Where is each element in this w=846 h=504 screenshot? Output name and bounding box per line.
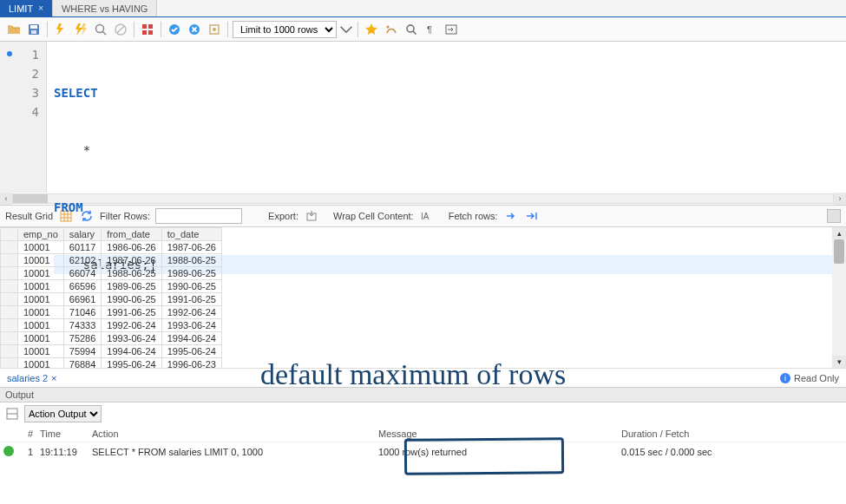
table-cell[interactable]: 1994-06-24: [161, 332, 221, 345]
table-cell[interactable]: 1992-06-24: [102, 319, 161, 332]
scroll-left-icon[interactable]: ‹: [0, 193, 12, 205]
output-layout-icon[interactable]: [5, 407, 19, 421]
table-cell[interactable]: 1987-06-26: [102, 254, 161, 267]
col-header[interactable]: salary: [63, 228, 102, 241]
scroll-down-icon[interactable]: ▾: [832, 356, 846, 368]
table-cell[interactable]: 10001: [18, 319, 64, 332]
close-icon[interactable]: ×: [51, 373, 56, 383]
commit-icon[interactable]: [166, 21, 183, 38]
table-cell[interactable]: 62102: [63, 254, 102, 267]
table-cell[interactable]: 10001: [18, 293, 64, 306]
row-header[interactable]: [1, 293, 18, 306]
table-cell[interactable]: 1991-06-25: [102, 306, 161, 319]
row-header[interactable]: [1, 254, 18, 267]
table-cell[interactable]: 1988-06-25: [161, 254, 221, 267]
scroll-track[interactable]: [832, 239, 846, 356]
table-cell[interactable]: 66596: [63, 280, 102, 293]
row-header[interactable]: [1, 241, 18, 254]
table-row[interactable]: 10001768841995-06-241996-06-23: [1, 358, 222, 369]
table-cell[interactable]: 1995-06-24: [102, 358, 161, 369]
table-cell[interactable]: 10001: [18, 241, 64, 254]
col-header[interactable]: to_date: [161, 228, 221, 241]
table-row[interactable]: 10001621021987-06-261988-06-25: [1, 254, 222, 267]
grid-vscrollbar[interactable]: ▴ ▾: [832, 227, 846, 368]
table-cell[interactable]: 1992-06-24: [161, 306, 221, 319]
execute-icon[interactable]: [52, 21, 69, 38]
scroll-up-icon[interactable]: ▴: [832, 227, 846, 239]
table-cell[interactable]: 1990-06-25: [102, 293, 161, 306]
output-row[interactable]: 1 19:11:19 SELECT * FROM salaries LIMIT …: [0, 442, 846, 461]
table-cell[interactable]: 1994-06-24: [102, 345, 161, 358]
table-row[interactable]: 10001710461991-06-251992-06-24: [1, 306, 222, 319]
col-header[interactable]: emp_no: [18, 228, 64, 241]
table-cell[interactable]: 75994: [63, 345, 102, 358]
svg-rect-7: [142, 24, 147, 29]
table-row[interactable]: 10001669611990-06-251991-06-25: [1, 293, 222, 306]
table-cell[interactable]: 10001: [18, 345, 64, 358]
toggle-autocommit-icon[interactable]: [139, 21, 156, 38]
tab-where-vs-having[interactable]: WHERE vs HAVING: [53, 0, 157, 16]
output-type-select[interactable]: Action Output: [24, 405, 102, 422]
table-cell[interactable]: 1987-06-26: [161, 241, 221, 254]
table-cell[interactable]: 1995-06-24: [161, 345, 221, 358]
table-cell[interactable]: 1990-06-25: [161, 280, 221, 293]
table-row[interactable]: 10001665961989-06-251990-06-25: [1, 280, 222, 293]
row-header[interactable]: [1, 358, 18, 369]
result-grid[interactable]: emp_nosalaryfrom_dateto_date100016011719…: [0, 227, 222, 368]
favorite-icon[interactable]: [363, 21, 380, 38]
table-cell[interactable]: 1993-06-24: [102, 332, 161, 345]
tab-limit[interactable]: LIMIT ×: [0, 0, 53, 16]
table-cell[interactable]: 10001: [18, 254, 64, 267]
save-icon[interactable]: [25, 21, 43, 38]
sql-editor[interactable]: 1 2 3 4 SELECT * FROM salaries;: [0, 42, 846, 193]
table-cell[interactable]: 10001: [18, 332, 64, 345]
table-cell[interactable]: 66961: [63, 293, 102, 306]
stop-icon[interactable]: [112, 21, 129, 38]
table-cell[interactable]: 1988-06-25: [102, 267, 161, 280]
row-header[interactable]: [1, 280, 18, 293]
execute-current-icon[interactable]: [72, 21, 89, 38]
table-cell[interactable]: 1991-06-25: [161, 293, 221, 306]
rollback-icon[interactable]: [186, 21, 203, 38]
find-icon[interactable]: [403, 21, 420, 38]
table-cell[interactable]: 76884: [63, 358, 102, 369]
beautify-icon[interactable]: [383, 21, 400, 38]
explain-icon[interactable]: [92, 21, 109, 38]
limit-rows-select[interactable]: Limit to 1000 rows: [233, 21, 337, 38]
table-cell[interactable]: 10001: [18, 358, 64, 369]
table-cell[interactable]: 1993-06-24: [161, 319, 221, 332]
table-row[interactable]: 10001743331992-06-241993-06-24: [1, 319, 222, 332]
table-row[interactable]: 10001752861993-06-241994-06-24: [1, 332, 222, 345]
row-header[interactable]: [1, 306, 18, 319]
scroll-thumb[interactable]: [13, 194, 48, 203]
table-cell[interactable]: 71046: [63, 306, 102, 319]
table-cell[interactable]: 60117: [63, 241, 102, 254]
col-header[interactable]: from_date: [102, 228, 161, 241]
close-icon[interactable]: ×: [38, 3, 43, 13]
row-header[interactable]: [1, 332, 18, 345]
table-row[interactable]: 10001660741988-06-251989-06-25: [1, 267, 222, 280]
wrapping-icon[interactable]: [443, 21, 460, 38]
table-cell[interactable]: 10001: [18, 280, 64, 293]
code-area[interactable]: SELECT * FROM salaries;: [47, 42, 846, 193]
table-cell[interactable]: 1989-06-25: [102, 280, 161, 293]
row-header[interactable]: [1, 267, 18, 280]
row-header[interactable]: [1, 319, 18, 332]
table-cell[interactable]: 75286: [63, 332, 102, 345]
invisible-chars-icon[interactable]: ¶: [423, 21, 440, 38]
result-tab[interactable]: salaries 2 ×: [7, 373, 57, 383]
table-cell[interactable]: 10001: [18, 267, 64, 280]
scroll-thumb[interactable]: [834, 239, 844, 264]
table-cell[interactable]: 1996-06-23: [161, 358, 221, 369]
open-file-icon[interactable]: [5, 21, 23, 38]
toggle-whitespace-icon[interactable]: [206, 21, 223, 38]
table-row[interactable]: 10001601171986-06-261987-06-26: [1, 241, 222, 254]
table-row[interactable]: 10001759941994-06-241995-06-24: [1, 345, 222, 358]
table-cell[interactable]: 1986-06-26: [102, 241, 161, 254]
table-cell[interactable]: 10001: [18, 306, 64, 319]
table-cell[interactable]: 74333: [63, 319, 102, 332]
result-tab-label: salaries 2: [7, 373, 48, 383]
table-cell[interactable]: 1989-06-25: [161, 267, 221, 280]
table-cell[interactable]: 66074: [63, 267, 102, 280]
row-header[interactable]: [1, 345, 18, 358]
